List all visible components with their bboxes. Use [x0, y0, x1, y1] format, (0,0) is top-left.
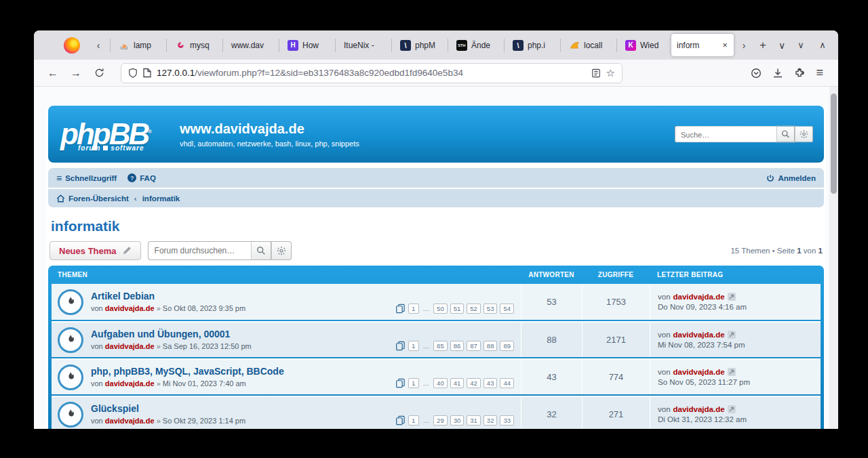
- window-maximize-button[interactable]: ∧: [814, 37, 831, 54]
- last-post-author-link[interactable]: davidvajda.de: [673, 331, 725, 339]
- list-tabs-button[interactable]: ∨: [773, 37, 791, 54]
- tab-label: www.dav: [231, 41, 264, 50]
- quick-links-label: Schnellzugriff: [65, 174, 117, 182]
- download-icon[interactable]: [772, 68, 783, 79]
- page-button[interactable]: 32: [484, 415, 498, 425]
- page-button[interactable]: 44: [500, 378, 514, 388]
- tab-aende[interactable]: STH Ände: [451, 34, 501, 56]
- phpbb-navbar: ≡ Schnellzugriff ? FAQ Anmelden: [48, 168, 824, 207]
- pages-icon: [395, 415, 406, 425]
- page-button[interactable]: 1: [408, 378, 419, 388]
- topic-author-link[interactable]: davidvajda.de: [105, 379, 155, 388]
- shield-icon[interactable]: [128, 68, 138, 78]
- tab-lamp[interactable]: lamp: [113, 34, 163, 56]
- views-count: 271: [582, 397, 650, 429]
- page-button[interactable]: 30: [450, 415, 465, 425]
- breadcrumb-root-label: Foren-Übersicht: [68, 194, 129, 203]
- tab-scroll-left-button[interactable]: ‹: [90, 37, 107, 54]
- header-search-button[interactable]: [776, 126, 795, 143]
- topic-title-link[interactable]: Glückspiel: [91, 403, 245, 414]
- tab-php-i[interactable]: \ php.i: [507, 34, 557, 56]
- page-button[interactable]: 51: [450, 304, 465, 314]
- last-post-author-link[interactable]: davidvajda.de: [673, 368, 725, 376]
- page-button[interactable]: 1: [408, 341, 419, 351]
- forum-search-gear-icon[interactable]: [271, 241, 292, 260]
- page-button[interactable]: 52: [467, 304, 481, 314]
- topic-author-link[interactable]: davidvajda.de: [105, 417, 155, 425]
- tab-close-icon[interactable]: ×: [719, 39, 730, 50]
- page-button[interactable]: 88: [484, 341, 498, 351]
- topic-meta: von davidvajda.de » So Okt 29, 2023 1:14…: [91, 417, 245, 425]
- goto-last-post-icon[interactable]: [728, 368, 736, 376]
- goto-last-post-icon[interactable]: [728, 405, 736, 413]
- tab-phpm[interactable]: \ phpM: [395, 34, 445, 56]
- url-bar[interactable]: 127.0.0.1/viewforum.php?f=12&sid=eb31376…: [121, 63, 623, 83]
- breadcrumb-current-link[interactable]: informatik: [142, 194, 180, 203]
- phpbb-logo[interactable]: phpBB® forumsoftware: [60, 119, 162, 149]
- bookmark-star-icon[interactable]: ☆: [606, 67, 615, 79]
- quick-links-menu[interactable]: ≡ Schnellzugriff: [56, 173, 117, 183]
- tab-www-dav[interactable]: www.dav: [226, 34, 276, 56]
- page-button[interactable]: 87: [467, 341, 481, 351]
- topic-title-link[interactable]: php, phpBB3, MySQL, JavaScript, BBCode: [91, 366, 284, 377]
- page-button[interactable]: 31: [467, 415, 481, 425]
- page-button[interactable]: 41: [450, 378, 465, 388]
- tab-how[interactable]: H How: [282, 34, 332, 56]
- page-button[interactable]: 42: [467, 378, 481, 388]
- topic-author-link[interactable]: davidvajda.de: [105, 304, 155, 312]
- views-count: 774: [582, 360, 650, 394]
- page-button[interactable]: 40: [433, 378, 448, 388]
- page-button[interactable]: 29: [433, 415, 448, 425]
- topic-title-link[interactable]: Aufgaben und Übungen, 00001: [91, 329, 252, 339]
- tab-mysq[interactable]: mysq: [170, 34, 220, 56]
- site-title[interactable]: www.davidvajda.de: [180, 121, 359, 137]
- menu-hamburger-icon[interactable]: ≡: [816, 66, 823, 80]
- tab-scroll-right-button[interactable]: ›: [735, 37, 753, 54]
- back-button[interactable]: ←: [43, 64, 62, 83]
- page-button[interactable]: 43: [484, 378, 498, 388]
- page-button[interactable]: 1: [408, 304, 419, 314]
- header-search-input[interactable]: [675, 126, 776, 143]
- goto-last-post-icon[interactable]: [728, 293, 736, 301]
- last-post-author-link[interactable]: davidvajda.de: [673, 293, 725, 301]
- extensions-puzzle-icon[interactable]: [794, 68, 805, 79]
- topic-meta: von davidvajda.de » Mi Nov 01, 2023 7:40…: [91, 379, 246, 388]
- pages-icon: [395, 304, 406, 314]
- tab-inform-active[interactable]: inform ×: [671, 34, 734, 56]
- page-button[interactable]: 86: [450, 341, 465, 351]
- new-topic-button[interactable]: Neues Thema: [50, 241, 141, 260]
- breadcrumb-home-link[interactable]: Foren-Übersicht: [56, 194, 129, 203]
- forward-button[interactable]: →: [66, 64, 85, 83]
- new-tab-button[interactable]: +: [754, 37, 772, 54]
- page-button[interactable]: 33: [500, 415, 514, 425]
- reader-mode-icon[interactable]: [591, 68, 601, 78]
- topic-table: THEMEN ANTWORTEN ZUGRIFFE LETZTER BEITRA…: [48, 266, 824, 429]
- goto-last-post-icon[interactable]: [728, 331, 736, 339]
- reload-button[interactable]: [90, 64, 108, 83]
- scrollbar-thumb[interactable]: [831, 93, 837, 194]
- tab-wied[interactable]: K Wied: [620, 34, 670, 56]
- scrollbar-track[interactable]: [829, 87, 838, 429]
- header-antworten: ANTWORTEN: [521, 271, 582, 278]
- page-button[interactable]: 50: [433, 304, 448, 314]
- tab-locall[interactable]: locall: [564, 34, 614, 56]
- page-button[interactable]: 1: [408, 415, 419, 425]
- login-link[interactable]: Anmelden: [766, 174, 816, 182]
- tab-separator: [616, 39, 617, 52]
- pocket-icon[interactable]: [751, 68, 762, 79]
- header-search-advanced-gear-icon[interactable]: [795, 126, 813, 143]
- window-close-button[interactable]: ×: [835, 37, 838, 54]
- page-button[interactable]: 85: [433, 341, 448, 351]
- page-button[interactable]: 53: [484, 304, 498, 314]
- faq-link[interactable]: ? FAQ: [127, 173, 156, 182]
- forum-search-input[interactable]: [148, 241, 251, 260]
- page-button[interactable]: 54: [500, 304, 514, 314]
- topic-title-link[interactable]: Artikel Debian: [91, 291, 245, 301]
- last-post-author-link[interactable]: davidvajda.de: [673, 405, 725, 413]
- tab-ituenix[interactable]: ItueNix -: [338, 34, 389, 56]
- page-button[interactable]: 89: [500, 341, 514, 351]
- topic-pagination: 1 … 85 86 87 88 89: [395, 341, 514, 351]
- window-minimize-button[interactable]: ∨: [792, 37, 810, 54]
- forum-search-button[interactable]: [251, 241, 271, 260]
- topic-author-link[interactable]: davidvajda.de: [105, 342, 155, 350]
